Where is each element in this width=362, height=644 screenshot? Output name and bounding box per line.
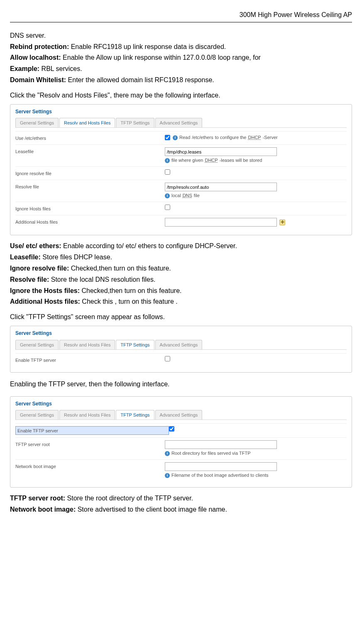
desc-netboot-image-text: Filename of the boot image advertised to… (171, 472, 269, 479)
label-ignore-resolve: Ignore resolve file (15, 169, 165, 177)
info-icon: i (165, 451, 170, 456)
intro-domain: Domain Whitelist: Enter the allowed doma… (10, 75, 352, 85)
checkbox-enable-tftp[interactable] (169, 426, 174, 432)
def-ignore-hosts: Ignore the Hosts files: Checked,then tur… (10, 286, 352, 296)
desc-leasefile-post: -leases will be stored (220, 157, 262, 164)
desc-leasefile-pre: file where given (171, 157, 203, 164)
desc-tftp-root-text: Root directory for files served via TFTP (171, 450, 251, 457)
row-ignore-resolve: Ignore resolve file (15, 166, 347, 180)
input-additional-hosts[interactable] (165, 218, 277, 227)
row-additional-hosts: Additional Hosts files ✚ (15, 215, 347, 229)
intro-block: DNS server. Rebind protection: Enable RF… (10, 31, 352, 101)
panel-legend: Server Settings (15, 329, 347, 337)
checkbox-ignore-hosts[interactable] (165, 205, 170, 210)
desc-use-ethers-code: /etc/ethers (192, 134, 213, 141)
row-netboot-image: Network boot image i Filename of the boo… (15, 459, 347, 481)
intro-allow-text: Enable the Allow up link response within… (61, 54, 261, 61)
def-ignore-resolve-bold: Ignore resolve file: (10, 265, 69, 272)
input-netboot-image[interactable] (165, 462, 277, 471)
def-additional-hosts-bold: Additional Hosts files: (10, 298, 80, 305)
panel-legend: Server Settings (15, 108, 347, 116)
tab-tftp-settings[interactable]: TFTP Settings (116, 340, 154, 349)
intro-rebind-bold: Rebind protection: (10, 43, 69, 50)
tab-general-settings[interactable]: General Settings (15, 340, 59, 349)
page-header: 300M High Power Wireless Ceiling AP (10, 10, 352, 22)
intro-allow-bold: Allow localhost: (10, 54, 61, 61)
desc-netboot-image: i Filename of the boot image advertised … (165, 472, 347, 479)
server-settings-panel-tftp-on: Server Settings General Settings Resolv … (10, 396, 352, 488)
intro-domain-bold: Domain Whitelist: (10, 76, 66, 83)
def-leasefile-bold: Leasefile: (10, 254, 41, 261)
def-use-ethers-text: Enable according to/ etc/ ethers to conf… (61, 242, 237, 249)
checkbox-ignore-resolve[interactable] (165, 169, 170, 175)
input-tftp-root[interactable] (165, 440, 277, 449)
tab-tftp-settings[interactable]: TFTP Settings (116, 118, 154, 127)
def-tftp-root: TFTP server root: Store the root directo… (10, 493, 352, 504)
desc-leasefile: i file where given DHCP -leases will be … (165, 157, 347, 164)
def-tftp-root-text: Store the root directory of the TFTP ser… (65, 495, 193, 502)
tab-advanced-settings[interactable]: Advanced Settings (155, 410, 203, 420)
def-resolve-file-bold: Resolve file: (10, 276, 49, 283)
tab-advanced-settings[interactable]: Advanced Settings (155, 118, 203, 127)
server-settings-panel-tftp-off: Server Settings General Settings Resolv … (10, 326, 352, 373)
def-use-ethers-bold: Use/ etc/ ethers: (10, 242, 61, 249)
click-tftp-text: Click "TFTP Settings" screen may appear … (10, 312, 352, 322)
desc-use-ethers-post: -Server (263, 134, 278, 141)
tab-general-settings[interactable]: General Settings (15, 410, 59, 420)
desc-use-ethers-dhcp: DHCP (248, 134, 261, 141)
add-icon[interactable]: ✚ (279, 220, 285, 225)
info-icon: i (165, 473, 170, 478)
defs-block-1: Use/ etc/ ethers: Enable according to/ e… (10, 241, 352, 322)
def-use-ethers: Use/ etc/ ethers: Enable according to/ e… (10, 241, 352, 251)
def-ignore-resolve-text: Checked,then turn on this feature. (69, 265, 171, 272)
between-panels-text: Enabling the TFTP server, then the follo… (10, 379, 352, 390)
label-tftp-root: TFTP server root (15, 440, 165, 448)
def-netboot-image-bold: Network boot image: (10, 506, 76, 513)
desc-use-ethers-mid: to configure the (215, 134, 247, 141)
label-ignore-hosts: Ignore Hosts files (15, 205, 165, 212)
info-icon: i (165, 193, 170, 198)
def-leasefile: Leasefile: Store files DHCP lease. (10, 252, 352, 263)
row-resolve-file: Resolve file i local DNS file (15, 180, 347, 202)
intro-dns: DNS server. (10, 31, 352, 41)
row-enable-tftp: Enable TFTP server (15, 423, 347, 437)
label-resolve-file: Resolve file (15, 183, 165, 190)
info-icon: i (173, 135, 178, 140)
label-enable-tftp: Enable TFTP server (15, 356, 165, 364)
desc-use-ethers-pre: Read (179, 134, 190, 141)
intro-rebind: Rebind protection: Enable RFC1918 up lin… (10, 42, 352, 52)
def-netboot-image-text: Store advertised to the client boot imag… (76, 506, 227, 513)
row-ignore-hosts: Ignore Hosts files (15, 202, 347, 215)
desc-leasefile-dhcp: DHCP (205, 157, 218, 164)
def-additional-hosts-text: Check this , turn on this feature . (80, 298, 178, 305)
tab-resolv-hosts[interactable]: Resolv and Hosts Files (59, 118, 115, 127)
defs-block-3: TFTP server root: Store the root directo… (10, 493, 352, 515)
def-resolve-file: Resolve file: Store the local DNS resolu… (10, 275, 352, 285)
tab-tftp-settings[interactable]: TFTP Settings (116, 410, 154, 420)
tab-resolv-hosts[interactable]: Resolv and Hosts Files (59, 410, 115, 420)
checkbox-use-ethers[interactable] (165, 135, 170, 140)
header-divider (10, 22, 352, 22)
tab-resolv-hosts[interactable]: Resolv and Hosts Files (59, 340, 115, 349)
tabs-row: General Settings Resolv and Hosts Files … (15, 118, 347, 128)
def-tftp-root-bold: TFTP server root: (10, 495, 65, 502)
desc-tftp-root: i Root directory for files served via TF… (165, 450, 347, 457)
tab-general-settings[interactable]: General Settings (15, 118, 59, 127)
intro-allow: Allow localhost: Enable the Allow up lin… (10, 53, 352, 63)
def-netboot-image: Network boot image: Store advertised to … (10, 505, 352, 515)
def-ignore-hosts-text: Checked,then turn on this feature. (80, 287, 181, 294)
input-resolve-file[interactable] (165, 183, 277, 191)
intro-domain-text: Enter the allowed domain list RFC1918 re… (66, 76, 214, 83)
input-leasefile[interactable] (165, 147, 277, 156)
intro-example-text: RBL services. (39, 65, 82, 72)
row-enable-tftp: Enable TFTP server (15, 353, 347, 366)
checkbox-enable-tftp[interactable] (165, 356, 170, 361)
desc-resolve-file-dns: DNS (183, 192, 192, 199)
def-additional-hosts: Additional Hosts files: Check this , tur… (10, 297, 352, 307)
intro-click-resolv: Click the "Resolv and Hosts Files", ther… (10, 90, 352, 101)
row-leasefile: Leasefile i file where given DHCP -lease… (15, 144, 347, 166)
tabs-row: General Settings Resolv and Hosts Files … (15, 340, 347, 350)
tab-advanced-settings[interactable]: Advanced Settings (155, 340, 203, 349)
intro-example: Example: RBL services. (10, 64, 352, 74)
row-tftp-root: TFTP server root i Root directory for fi… (15, 437, 347, 459)
